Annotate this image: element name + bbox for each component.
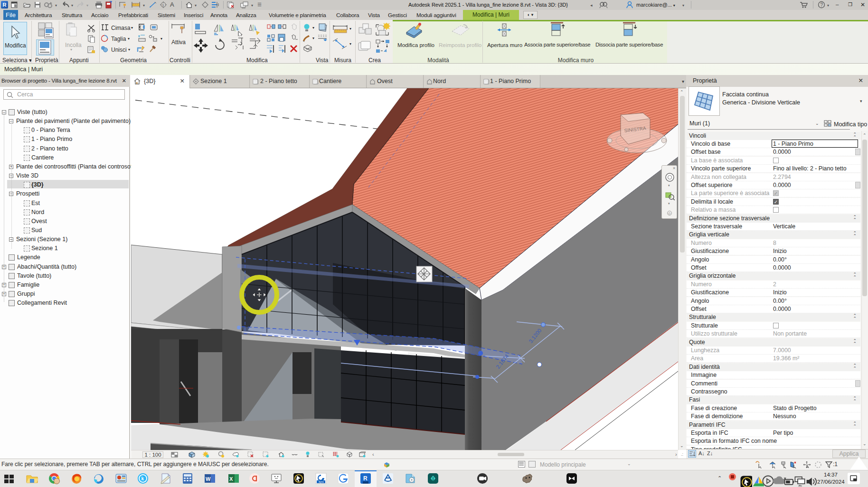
svg-text:X: X <box>229 476 233 482</box>
svg-text:1: 1 <box>162 3 164 7</box>
svg-text:?: ? <box>821 2 823 8</box>
svg-text:k: k <box>142 476 144 481</box>
svg-text:Sync: Sync <box>319 480 324 483</box>
svg-text:R: R <box>363 475 368 482</box>
svg-text:W: W <box>206 476 211 482</box>
